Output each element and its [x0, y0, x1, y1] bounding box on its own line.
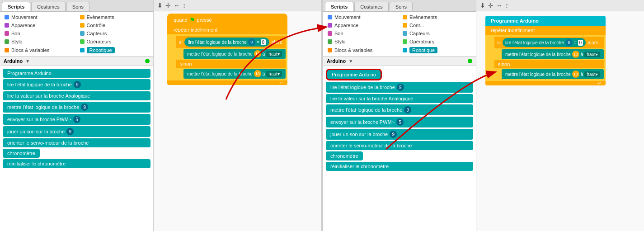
block-chronometre-right[interactable]: chronomètre — [326, 151, 363, 160]
right-loop-cap: ↩ — [485, 81, 606, 85]
block-jouer-son-right[interactable]: jouer un son sur la broche 9 — [326, 129, 473, 140]
block-mettre-etat-left[interactable]: mettre l'état logique de la broche 9 — [3, 102, 150, 113]
action2-a: à — [263, 71, 265, 76]
right-loop-inner: si lire l'état logique de la broche 9 = … — [485, 35, 606, 81]
flag-icon: ⚑ — [189, 16, 195, 24]
programme-arduino-wrapper: Programme Arduino — [326, 69, 382, 80]
block-programme-arduino-left[interactable]: Programme Arduino — [3, 69, 150, 78]
toolbar-download-left[interactable]: ⬇ — [157, 2, 163, 9]
toolbar-expand-v-right[interactable]: ↕ — [505, 2, 508, 9]
cat-son-left[interactable]: Son — [2, 30, 76, 37]
cat-stylo-left[interactable]: Stylo — [2, 38, 76, 45]
tab-scripts-right[interactable]: Scripts — [325, 2, 353, 11]
arduino-status-dot-right — [468, 59, 472, 63]
cat-controle-right[interactable]: Cont... — [400, 22, 474, 29]
cat-stylo-right[interactable]: Stylo — [325, 38, 399, 45]
cat-robotique-left[interactable]: Robotique — [77, 46, 152, 54]
block-lire-etat-left[interactable]: lire l'état logique de la broche 9 — [3, 79, 150, 90]
action2-text: mettre l'état logique de la broche — [187, 71, 253, 76]
right-action1-a: à — [581, 52, 583, 57]
toolbar-add-right[interactable]: ✛ — [488, 2, 494, 9]
action2-drop[interactable]: haut▾ — [266, 71, 282, 77]
cat-label: Robotique — [87, 47, 115, 53]
block-lire-valeur-left[interactable]: lire la valeur sur la broche Analogique — [3, 91, 150, 100]
cat-controle-left[interactable]: Contrôle — [77, 22, 152, 29]
tab-costumes-left[interactable]: Costumes — [31, 2, 66, 11]
left-canvas: ⬇ ✛ ↔ ↕ quand ⚑ pressé répéter indéfinim… — [154, 0, 321, 231]
cat-dot — [5, 15, 9, 19]
arduino-dropdown-left[interactable]: ▼ — [25, 59, 30, 64]
block-orienter-servo-right[interactable]: orienter le servo-moteur de la broche — [326, 141, 473, 150]
cat-dot — [80, 31, 85, 36]
block-programme-arduino-right[interactable]: Programme Arduino — [326, 69, 382, 80]
right-canvas: ⬇ ✛ ↔ ↕ Programme Arduino répéter indéfi… — [476, 0, 644, 231]
arduino-label-right: Arduino — [327, 58, 346, 64]
tab-scripts-left[interactable]: Scripts — [2, 2, 30, 11]
cat-evenements-left[interactable]: Evènements — [77, 14, 152, 21]
cat-apparence-left[interactable]: Apparence — [2, 22, 76, 29]
right-cond-text: lire l'état logique de la broche — [505, 40, 564, 45]
action1-block: mettre l'état logique de la broche 10 à … — [183, 49, 286, 59]
cat-capteurs-left[interactable]: Capteurs — [77, 30, 152, 37]
cat-operateurs-left[interactable]: Opérateurs — [77, 38, 152, 45]
action2-num: 10 — [254, 70, 261, 77]
cat-robotique-right[interactable]: Robotique — [400, 46, 474, 54]
hat-quand: quand — [174, 17, 188, 23]
arduino-header-right: Arduino ▼ — [323, 56, 476, 66]
tab-sons-right[interactable]: Sons — [390, 2, 413, 11]
cond-text: lire l'état logique de la broche — [188, 40, 247, 45]
toolbar-expand-h-right[interactable]: ↔ — [496, 2, 503, 9]
block-lire-valeur-right[interactable]: lire la valeur sur la broche Analogique — [326, 94, 473, 103]
right-action1-drop[interactable]: haut▾ — [584, 52, 600, 57]
cat-operateurs-right[interactable]: Opérateurs — [400, 38, 474, 45]
block-jouer-son-left[interactable]: jouer un son sur la broche 9 — [3, 126, 150, 137]
cat-mouvement-right[interactable]: Mouvement — [325, 14, 399, 21]
cat-dot — [5, 31, 9, 36]
cat-mouvement-left[interactable]: Mouvement — [2, 14, 76, 21]
cat-label: Capteurs — [409, 31, 430, 36]
cat-son-right[interactable]: Son — [325, 30, 399, 37]
toolbar-expand-v-left[interactable]: ↕ — [183, 2, 186, 9]
arduino-dropdown-right[interactable]: ▼ — [348, 59, 353, 64]
block-lire-etat-right[interactable]: lire l'état logique de la broche 9 — [326, 82, 473, 93]
left-toolbar: ⬇ ✛ ↔ ↕ — [154, 0, 321, 11]
block-mettre-etat-right[interactable]: mettre l'état logique de la broche 9 — [326, 104, 473, 115]
cat-dot — [5, 48, 9, 52]
right-categories: Mouvement Evènements Apparence Cont... S… — [323, 12, 476, 56]
left-blocks-list: Programme Arduino lire l'état logique de… — [0, 66, 153, 171]
cat-evenements-right[interactable]: Evènements — [400, 14, 474, 21]
cat-blocs-right[interactable]: Blocs & variables — [325, 46, 399, 54]
hat-presse: pressé — [197, 17, 212, 23]
right-if-label: si — [497, 40, 501, 45]
cat-label: Mouvement — [11, 14, 37, 20]
cat-label: Opérateurs — [87, 39, 112, 44]
condition-block: lire l'état logique de la broche 9 = 0 — [184, 38, 269, 47]
right-loop-block: répéter indéfiniment — [485, 26, 606, 35]
right-cond-zero: 0 — [578, 40, 583, 46]
block-reinitialiser-left[interactable]: réinitialiser le chronomètre — [3, 159, 150, 168]
action1-drop[interactable]: haut▾ — [266, 51, 282, 57]
tab-costumes-right[interactable]: Costumes — [354, 2, 389, 11]
cat-apparence-right[interactable]: Apparence — [325, 22, 399, 29]
cat-label: Mouvement — [334, 14, 360, 20]
cat-blocs-left[interactable]: Blocs & variables — [2, 46, 76, 54]
arduino-header-left: Arduino ▼ — [0, 56, 153, 66]
cat-capteurs-right[interactable]: Capteurs — [400, 30, 474, 37]
block-envoyer-pwm-right[interactable]: envoyer sur la broche PWM~ 5 — [326, 117, 473, 127]
cat-label: Evènements — [409, 14, 437, 20]
tab-sons-left[interactable]: Sons — [66, 2, 89, 11]
block-envoyer-pwm-left[interactable]: envoyer sur la broche PWM~ 5 — [3, 114, 150, 125]
toolbar-add-left[interactable]: ✛ — [165, 2, 171, 9]
cond-eq: = — [257, 40, 259, 45]
right-action2-text: mettre l'état logique de la broche — [505, 72, 571, 77]
block-orienter-servo-left[interactable]: orienter le servo-moteur de la broche — [3, 138, 150, 147]
if-block: si lire l'état logique de la broche 9 = … — [176, 36, 286, 48]
cat-label: Blocs & variables — [11, 47, 49, 53]
toolbar-expand-h-left[interactable]: ↔ — [174, 2, 180, 9]
action1-a: à — [263, 52, 265, 57]
toolbar-download-right[interactable]: ⬇ — [480, 2, 485, 9]
block-reinitialiser-right[interactable]: réinitialiser le chronomètre — [326, 162, 473, 171]
block-chronometre-left[interactable]: chronomètre — [3, 149, 40, 158]
right-action2-drop[interactable]: haut▾ — [584, 71, 600, 77]
cat-dot — [403, 23, 407, 28]
